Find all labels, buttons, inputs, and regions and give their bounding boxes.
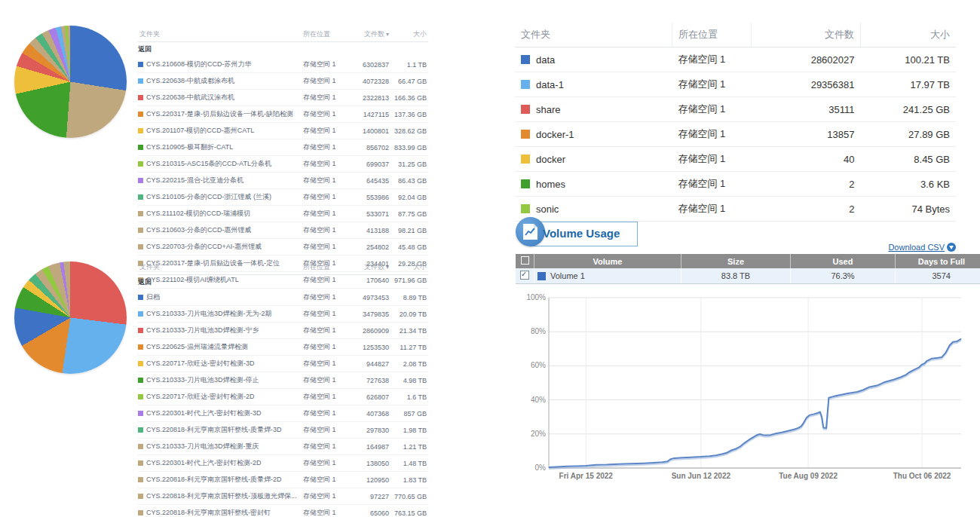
table-row[interactable]: CYS.201107-模切的CCD-惠州CATL存储空间 11400801328… — [138, 123, 428, 139]
column-header-3[interactable]: 大小 — [861, 23, 957, 47]
table-row[interactable]: CYS.210333-刀片电池3D焊检测-重庆存储空间 11649871.21 … — [138, 439, 428, 455]
folder-name-cell[interactable]: CYS.220638-中航武汉涂布机 — [138, 90, 302, 106]
table-row[interactable]: CYS.220717-欣旺达-密封钉检测-2D存储空间 16268071.6 T… — [138, 389, 428, 405]
usage-column-header-0[interactable]: Volume — [534, 254, 681, 268]
table-row[interactable]: CYS.220703-分条的CCD+AI-惠州锂威存储空间 125480245.… — [138, 239, 428, 255]
column-header-2[interactable]: 文件数 — [344, 260, 390, 275]
column-header-3[interactable]: 大小 — [390, 27, 428, 42]
table-row[interactable]: CYS.211102-模切的CCD-瑞浦模切存储空间 153307187.75 … — [138, 206, 428, 222]
folder-name-cell[interactable]: data-1 — [515, 72, 672, 97]
select-all-checkbox[interactable] — [521, 256, 529, 265]
folder-name-cell[interactable]: CYS.220717-欣旺达-密封钉检测-3D — [138, 356, 302, 372]
table-row[interactable]: 归档存储空间 149734538.89 TB — [138, 289, 428, 306]
checkbox-cell[interactable] — [516, 268, 534, 284]
folder-name-cell[interactable]: CYS.220818-利元亨南京国轩整线-质量焊-2D — [138, 472, 302, 488]
column-header-2[interactable]: 文件数 — [344, 27, 390, 42]
folder-name-cell[interactable]: data — [515, 47, 672, 72]
folder-name-cell[interactable]: CYS.220625-温州瑞浦流量焊检测 — [138, 339, 302, 356]
table-row[interactable]: CYS.210315-ASC15条的CCD-ATL分条机存储空间 1699037… — [138, 156, 428, 173]
folder-name-cell[interactable]: CYS.210603-分条的CCD-惠州锂威 — [138, 222, 302, 239]
table-row[interactable]: CYS.220625-温州瑞浦流量焊检测存储空间 1125353011.27 T… — [138, 339, 428, 356]
download-csv-link[interactable]: Download CSV — [888, 243, 945, 252]
column-header-2[interactable]: 文件数 — [752, 23, 861, 47]
table-row[interactable]: docker-1存储空间 11385727.89 GB — [515, 122, 956, 147]
folder-name-cell[interactable]: CYS.201107-模切的CCD-惠州CATL — [138, 123, 302, 139]
column-header-0[interactable]: 文件夹 — [515, 23, 672, 47]
folder-name-cell[interactable]: CYS.220818-利元亨南京国轩整线-顶板激光焊保... — [138, 488, 302, 505]
column-header-0[interactable]: 文件夹 — [138, 27, 302, 42]
table-row[interactable]: CYS.220301-时代上汽-密封钉检测-2D存储空间 11380501.48… — [138, 455, 428, 472]
table-row[interactable]: share存储空间 135111241.25 GB — [515, 97, 956, 122]
folder-name-cell[interactable]: CYS.210105-分条的CCD-浙江锂威 (兰溪) — [138, 189, 302, 206]
location-cell: 存储空间 1 — [302, 156, 344, 173]
table-row[interactable]: data-1存储空间 12935638117.97 TB — [515, 72, 956, 97]
folder-name-cell[interactable]: CYS.220301-时代上汽-密封钉检测-2D — [138, 455, 302, 472]
folder-name-cell[interactable]: 归档 — [138, 289, 302, 306]
usage-column-header-2[interactable]: Used — [791, 254, 896, 268]
table-row[interactable]: CYS.220301-时代上汽-密封钉检测-3D存储空间 1407368857 … — [138, 405, 428, 422]
folder-name-cell[interactable]: CYS.211102-模切的CCD-瑞浦模切 — [138, 206, 302, 222]
back-row[interactable]: 返回 — [138, 275, 428, 290]
folder-name-cell[interactable]: CYS.220717-欣旺达-密封钉检测-2D — [138, 389, 302, 405]
table-row[interactable]: CYS.210608-模切的CCD-苏州力华存储空间 163028371.1 T… — [138, 57, 428, 73]
folder-name-cell[interactable]: docker — [515, 147, 672, 172]
y-axis-tick-label: 20% — [531, 430, 546, 438]
folder-name-cell[interactable]: docker-1 — [515, 122, 672, 147]
table-row[interactable]: CYS.220717-欣旺达-密封钉检测-3D存储空间 19448272.08 … — [138, 356, 428, 372]
folder-name-cell[interactable]: CYS.220638-中航成都涂布机 — [138, 73, 302, 90]
table-row[interactable]: docker存储空间 1408.45 GB — [515, 147, 956, 172]
table-row[interactable]: CYS.210333-刀片电池3D焊检测-宁乡存储空间 1286090921.3… — [138, 323, 428, 339]
folder-name-cell[interactable]: CYS.220703-分条的CCD+AI-惠州锂威 — [138, 239, 302, 255]
folder-name-cell[interactable]: CYS.210333-刀片电池3D焊检测-宁乡 — [138, 323, 302, 339]
table-row[interactable]: CYS.220818-利元亨南京国轩整线-质量焊-2D存储空间 11209501… — [138, 472, 428, 488]
table-row[interactable]: CYS.210105-分条的CCD-浙江锂威 (兰溪)存储空间 15539869… — [138, 189, 428, 206]
folder-name-cell[interactable]: CYS.220215-混合-比亚迪分条机 — [138, 173, 302, 189]
folder-name-cell[interactable]: CYS.210608-模切的CCD-苏州力华 — [138, 57, 302, 73]
usage-column-header-3[interactable]: Days to Full — [896, 254, 980, 268]
folder-name-cell[interactable]: CYS.210905-极耳翻折-CATL — [138, 139, 302, 156]
select-all-header[interactable] — [516, 254, 534, 268]
table-row[interactable]: CYS.210603-分条的CCD-惠州锂威存储空间 141318898.21 … — [138, 222, 428, 239]
volume-row[interactable]: Volume 183.8 TB76.3%3574 — [516, 268, 980, 284]
folder-name-cell[interactable]: CYS.210333-刀片电池3D焊检测-停止 — [138, 372, 302, 389]
back-label[interactable]: 返回 — [138, 275, 428, 290]
folder-name-cell[interactable]: CYS.220818-利元亨南京国轩整线-质量焊-3D — [138, 422, 302, 439]
table-row[interactable]: sonic存储空间 1274 Bytes — [515, 197, 956, 222]
column-header-1[interactable]: 所在位置 — [302, 27, 344, 42]
folder-name-cell[interactable]: sonic — [515, 197, 672, 222]
folder-name-cell[interactable]: CYS.220317-楚康-切后贴边设备一体机-缺陷检测 — [138, 106, 302, 123]
folder-name-cell[interactable]: homes — [515, 172, 672, 197]
usage-column-header-1[interactable]: Size — [681, 254, 791, 268]
table-row[interactable]: CYS.210333-刀片电池3D焊检测-无为-2期存储空间 134798352… — [138, 306, 428, 323]
folder-name-cell[interactable]: CYS.210333-刀片电池3D焊检测-无为-2期 — [138, 306, 302, 323]
table-row[interactable]: CYS.220818-利元亨南京国轩整线-质量焊-3D存储空间 12978301… — [138, 422, 428, 439]
volume-name-cell[interactable]: Volume 1 — [534, 268, 681, 284]
pie-chart-bottom-left[interactable] — [14, 262, 127, 374]
folder-name: CYS.220717-欣旺达-密封钉检测-3D — [146, 359, 255, 367]
folder-name-cell[interactable]: CYS.220818-利元亨南京国轩整线-密封钉 — [138, 505, 302, 517]
back-row[interactable]: 返回 — [138, 42, 428, 57]
volume-checkbox[interactable] — [520, 271, 529, 280]
column-header-1[interactable]: 所在位置 — [672, 23, 752, 47]
table-row[interactable]: CYS.220215-混合-比亚迪分条机存储空间 164543586.43 GB — [138, 173, 428, 189]
table-row[interactable]: CYS.220638-中航成都涂布机存储空间 1407232866.47 GB — [138, 73, 428, 90]
table-row[interactable]: CYS.220317-楚康-切后贴边设备一体机-缺陷检测存储空间 1142711… — [138, 106, 428, 123]
column-header-0[interactable]: 文件夹 — [138, 260, 302, 275]
pie-chart-top-left[interactable] — [14, 26, 127, 138]
folder-table-bottom-left-panel: 文件夹所在位置文件数大小 返回归档存储空间 149734538.89 TBCYS… — [138, 260, 428, 517]
table-row[interactable]: data存储空间 128602027100.21 TB — [515, 47, 956, 72]
back-label[interactable]: 返回 — [138, 42, 428, 57]
table-row[interactable]: CYS.210905-极耳翻折-CATL存储空间 1856702833.99 G… — [138, 139, 428, 156]
table-row[interactable]: CYS.220638-中航武汉涂布机存储空间 12322813166.36 GB — [138, 90, 428, 106]
download-icon[interactable] — [947, 243, 956, 252]
table-row[interactable]: CYS.220818-利元亨南京国轩整线-密封钉存储空间 165060763.1… — [138, 505, 428, 517]
table-row[interactable]: homes存储空间 123.6 KB — [515, 172, 956, 197]
folder-name-cell[interactable]: CYS.210333-刀片电池3D焊检测-重庆 — [138, 439, 302, 455]
column-header-1[interactable]: 所在位置 — [302, 260, 344, 275]
table-row[interactable]: CYS.210333-刀片电池3D焊检测-停止存储空间 17276384.98 … — [138, 372, 428, 389]
table-row[interactable]: CYS.220818-利元亨南京国轩整线-顶板激光焊保...存储空间 19722… — [138, 488, 428, 505]
folder-name-cell[interactable]: CYS.210315-ASC15条的CCD-ATL分条机 — [138, 156, 302, 173]
folder-name-cell[interactable]: share — [515, 97, 672, 122]
folder-name-cell[interactable]: CYS.220301-时代上汽-密封钉检测-3D — [138, 405, 302, 422]
column-header-3[interactable]: 大小 — [390, 260, 428, 275]
